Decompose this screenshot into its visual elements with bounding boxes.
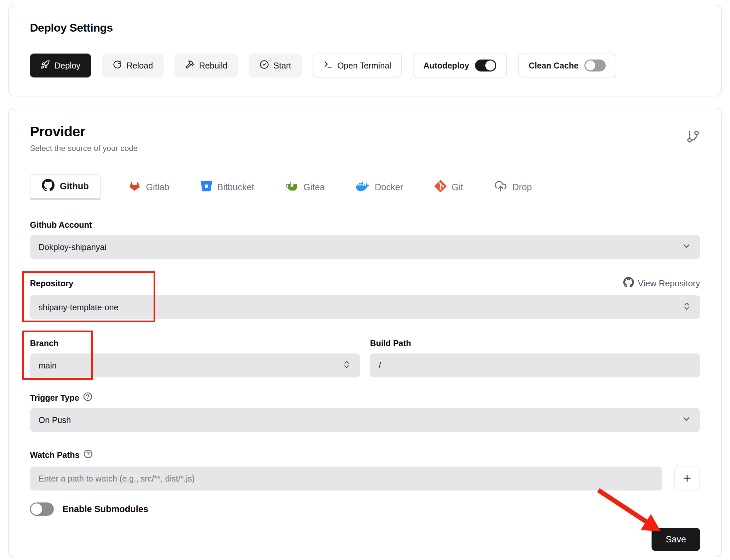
trigger-type-value: On Push [39, 415, 71, 425]
tab-docker[interactable]: Docker [353, 180, 406, 195]
build-path-label: Build Path [370, 339, 700, 348]
git-branch-icon [686, 130, 700, 145]
rocket-icon [41, 60, 50, 71]
reload-button[interactable]: Reload [102, 54, 164, 77]
deploy-button[interactable]: Deploy [30, 54, 91, 77]
provider-title: Provider [30, 124, 138, 140]
watch-paths-label: Watch Paths [30, 450, 79, 460]
save-button[interactable]: Save [652, 528, 700, 551]
tab-bitbucket[interactable]: Bitbucket [198, 181, 258, 194]
gitlab-icon [129, 180, 141, 195]
help-circle-icon[interactable] [83, 449, 93, 461]
cloud-upload-icon [494, 180, 507, 195]
start-button-label: Start [274, 61, 291, 70]
autodeploy-switch[interactable] [475, 60, 496, 71]
view-repository-label: View Repository [638, 278, 700, 289]
refresh-icon [113, 60, 122, 71]
help-circle-icon[interactable] [83, 392, 92, 403]
bitbucket-icon [201, 181, 212, 194]
clean-cache-toggle-group: Clean Cache [518, 54, 616, 77]
clean-cache-label: Clean Cache [528, 61, 578, 70]
watch-paths-label-row: Watch Paths [30, 449, 700, 461]
branch-field: Branch main [30, 339, 360, 377]
trigger-type-select[interactable]: On Push [30, 408, 700, 432]
branch-label: Branch [30, 339, 360, 348]
branch-value: main [39, 361, 57, 370]
tab-bitbucket-label: Bitbucket [218, 182, 254, 193]
tab-docker-label: Docker [374, 182, 403, 193]
enable-submodules-switch[interactable] [30, 502, 54, 516]
chevron-down-icon [681, 414, 691, 426]
git-icon [434, 180, 446, 195]
enable-submodules-knob [31, 503, 42, 515]
gitea-icon [286, 180, 298, 195]
provider-header: Provider Select the source of your code [30, 124, 700, 153]
trigger-type-label: Trigger Type [30, 393, 79, 403]
open-terminal-button[interactable]: Open Terminal [313, 54, 402, 77]
chevron-down-icon [681, 241, 691, 253]
deploy-actions-row: Deploy Reload Rebuild Start [30, 54, 700, 77]
github-icon [623, 277, 634, 290]
provider-heading-group: Provider Select the source of your code [30, 124, 138, 153]
deploy-settings-title: Deploy Settings [30, 21, 700, 34]
chevrons-up-down-icon [682, 302, 691, 313]
save-row: Save [30, 528, 700, 551]
tab-drop-label: Drop [512, 182, 532, 193]
tab-drop[interactable]: Drop [491, 180, 535, 195]
provider-tabs: Github Gitlab Bitbucket Gitea [30, 174, 700, 200]
repository-label-row: Repository View Repository [30, 277, 700, 290]
add-watch-path-button[interactable] [674, 467, 700, 490]
tab-gitea-label: Gitea [304, 182, 325, 193]
tab-gitlab-label: Gitlab [146, 182, 170, 193]
github-account-select[interactable]: Dokploy-shipanyai [30, 235, 700, 259]
reload-button-label: Reload [127, 61, 153, 70]
build-path-input[interactable] [370, 353, 700, 377]
github-account-label: Github Account [30, 220, 700, 230]
clean-cache-switch[interactable] [584, 60, 606, 71]
github-icon [42, 179, 55, 194]
tab-github[interactable]: Github [30, 174, 101, 200]
branch-select[interactable]: main [30, 353, 360, 377]
deploy-button-label: Deploy [55, 61, 80, 70]
clean-cache-switch-knob [585, 61, 595, 70]
repository-select[interactable]: shipany-template-one [30, 295, 700, 319]
tab-git[interactable]: Git [431, 180, 467, 195]
provider-subtitle: Select the source of your code [30, 144, 138, 153]
deploy-settings-page: Deploy Settings Deploy Reload Rebuild [0, 0, 730, 560]
watch-paths-row [30, 467, 700, 490]
rebuild-button-label: Rebuild [199, 61, 227, 70]
circle-check-icon [260, 60, 269, 71]
enable-submodules-row: Enable Submodules [30, 502, 700, 516]
provider-card: Provider Select the source of your code … [8, 108, 722, 557]
open-terminal-button-label: Open Terminal [338, 61, 391, 70]
rebuild-button[interactable]: Rebuild [175, 54, 238, 77]
watch-paths-input[interactable] [30, 467, 662, 490]
repository-label: Repository [30, 279, 73, 288]
autodeploy-switch-knob [485, 61, 495, 70]
tab-git-label: Git [452, 182, 463, 193]
chevrons-up-down-icon [342, 360, 352, 371]
autodeploy-toggle-group: Autodeploy [413, 54, 507, 77]
plus-icon [682, 473, 692, 485]
github-account-value: Dokploy-shipanyai [39, 242, 106, 252]
view-repository-link[interactable]: View Repository [623, 277, 700, 290]
hammer-icon [185, 60, 195, 71]
tab-gitlab[interactable]: Gitlab [125, 180, 173, 195]
tab-github-label: Github [60, 181, 89, 192]
docker-icon [356, 180, 369, 195]
start-button[interactable]: Start [249, 54, 302, 77]
tab-gitea[interactable]: Gitea [282, 180, 329, 195]
build-path-field: Build Path [370, 339, 700, 377]
enable-submodules-label: Enable Submodules [63, 504, 148, 514]
autodeploy-label: Autodeploy [423, 61, 469, 70]
deploy-settings-card: Deploy Settings Deploy Reload Rebuild [8, 5, 722, 96]
repository-value: shipany-template-one [39, 303, 118, 312]
branch-buildpath-row: Branch main Build Path [30, 339, 700, 377]
trigger-type-label-row: Trigger Type [30, 392, 700, 403]
terminal-icon [324, 60, 333, 71]
